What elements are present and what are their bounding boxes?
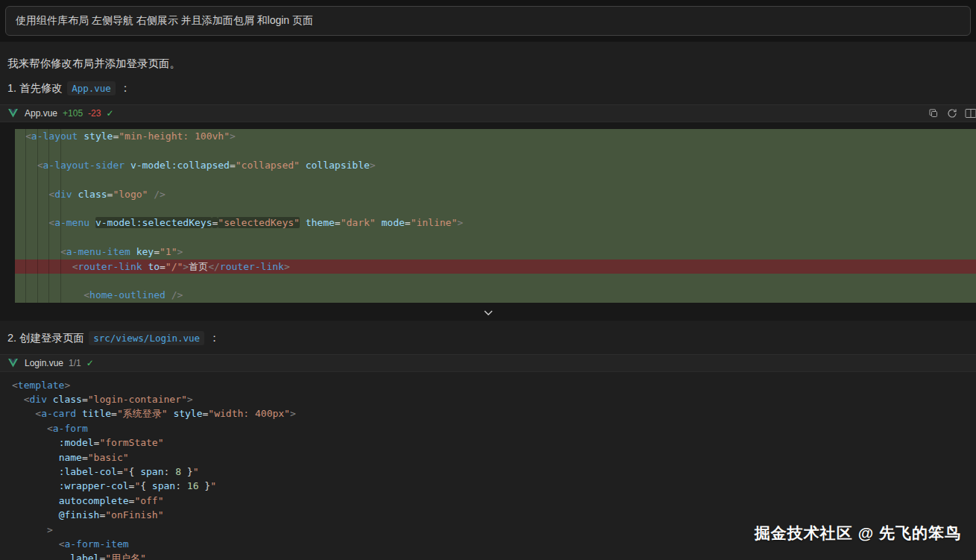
code-line: name="basic" xyxy=(12,450,976,465)
check-icon: ✓ xyxy=(106,108,113,119)
indent-guide xyxy=(60,129,61,303)
code-line: autocomplete="off" xyxy=(12,494,976,508)
code-line: <a-card title="系统登录" style="width: 400px… xyxy=(12,406,976,421)
vue-logo-icon xyxy=(6,356,19,370)
inline-code-app-vue[interactable]: App.vue xyxy=(67,81,116,95)
step-1-heading: 1. 首先修改 App.vue ： xyxy=(7,81,969,95)
code-line xyxy=(15,274,976,288)
code-line: label="用户名" xyxy=(12,551,976,560)
code-line xyxy=(15,201,976,215)
code-line: :label-col="{ span: 8 }" xyxy=(12,465,976,479)
code-line: <a-layout style="min-height: 100vh"> xyxy=(15,129,976,143)
expand-code-button[interactable] xyxy=(0,306,976,321)
step-2-colon: ： xyxy=(209,331,220,345)
chat-page: { "prompt": { "text": "使用组件库布局 左侧导航 右侧展示… xyxy=(0,0,976,560)
code-line: <a-layout-sider v-model:collapsed="colla… xyxy=(15,158,976,172)
inline-code-login-vue[interactable]: src/views/Login.vue xyxy=(89,331,204,345)
refresh-icon[interactable] xyxy=(945,107,959,120)
diff-additions-count: +105 xyxy=(63,108,83,119)
code-line: :wrapper-col="{ span: 16 }" xyxy=(12,479,976,493)
prompt-input[interactable]: 使用组件库布局 左侧导航 右侧展示 并且添加面包屑 和login 页面 xyxy=(5,6,971,36)
code-line: <router-link to="/">首页</router-link> xyxy=(15,259,976,274)
watermark: 掘金技术社区 @ 先飞的笨鸟 xyxy=(755,523,961,544)
code-line: :model="formState" xyxy=(12,435,976,450)
diff-view-icon[interactable] xyxy=(964,107,976,120)
code-line: <template> xyxy=(12,378,976,392)
code-block-progress: 1/1 xyxy=(69,358,81,368)
code-block-app-vue: App.vue +105 -23 ✓ <a-layout style="min-… xyxy=(0,104,976,321)
step-2-heading: 2. 创建登录页面 src/views/Login.vue ： xyxy=(7,331,969,345)
chat-response-area: 我来帮你修改布局并添加登录页面。 1. 首先修改 App.vue ： App.v… xyxy=(0,57,976,560)
code-line: <home-outlined /> xyxy=(15,288,976,302)
code-content: <a-layout style="min-height: 100vh"> <a-… xyxy=(0,122,976,306)
code-block-filename[interactable]: App.vue xyxy=(25,108,57,119)
code-line: <div class="logo" /> xyxy=(15,187,976,201)
code-line: <a-menu v-model:selectedKeys="selectedKe… xyxy=(15,215,976,230)
indent-guide xyxy=(25,129,26,303)
indent-guide xyxy=(37,129,38,303)
code-line: <div class="login-container"> xyxy=(12,392,976,406)
diff-deletions-count: -23 xyxy=(88,108,101,119)
step-2-text: 2. 创建登录页面 xyxy=(7,331,84,345)
code-line: <a-form xyxy=(12,421,976,435)
code-line xyxy=(15,230,976,245)
code-line: <a-menu-item key="1"> xyxy=(15,245,976,259)
code-line xyxy=(15,172,976,186)
code-line xyxy=(15,143,976,157)
code-line: @finish="onFinish" xyxy=(12,508,976,522)
step-1-text: 1. 首先修改 xyxy=(7,81,63,95)
step-1-colon: ： xyxy=(120,81,131,95)
code-block-header: App.vue +105 -23 ✓ xyxy=(0,104,976,122)
code-block-filename[interactable]: Login.vue xyxy=(25,358,63,368)
code-block-header: Login.vue 1/1 ✓ xyxy=(0,354,976,372)
assistant-intro-text: 我来帮你修改布局并添加登录页面。 xyxy=(7,57,969,71)
prompt-bar: 使用组件库布局 左侧导航 右侧展示 并且添加面包屑 和login 页面 xyxy=(0,0,976,42)
indent-guide xyxy=(48,129,49,303)
vue-logo-icon xyxy=(6,107,19,120)
chevron-down-icon xyxy=(484,310,493,315)
check-icon: ✓ xyxy=(86,358,94,368)
copy-icon[interactable] xyxy=(927,107,940,120)
